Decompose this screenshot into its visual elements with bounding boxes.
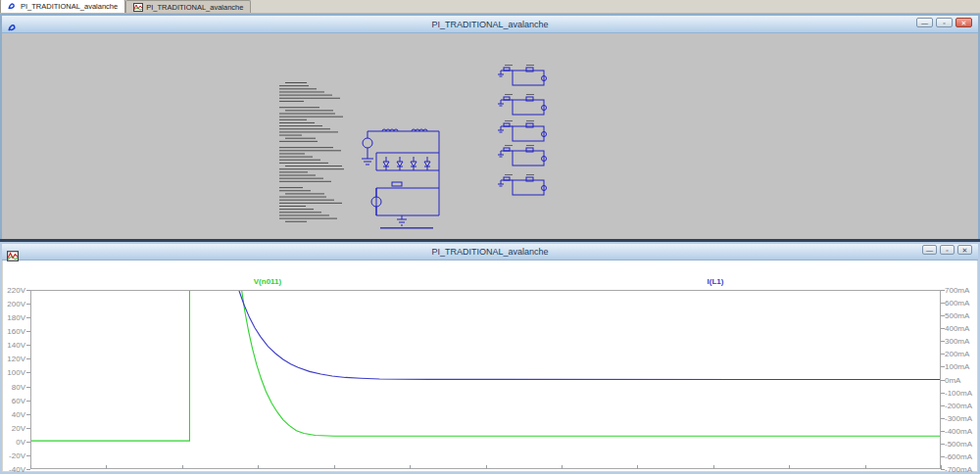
minimize-button[interactable]: — xyxy=(922,245,937,255)
axis-tick-label: 100mA xyxy=(945,362,969,371)
axis-tick-label: -40V xyxy=(3,465,25,474)
axis-tick-label: 40V xyxy=(3,410,25,419)
axis-tick-label: 700mA xyxy=(945,286,969,295)
axis-tick-label: -20V xyxy=(3,451,25,460)
waveform-titlebar[interactable]: PI_TRADITIONAL_avalanche xyxy=(2,244,978,261)
axis-tick-label: 600mA xyxy=(945,299,969,308)
trace-label-il1[interactable]: I(L1) xyxy=(708,277,724,286)
waveform-icon xyxy=(133,3,143,12)
plot-area[interactable] xyxy=(30,290,941,469)
waveform-window-title: PI_TRADITIONAL_avalanche xyxy=(2,247,978,257)
trace-label-vn011[interactable]: V(n011) xyxy=(254,277,281,286)
tab-waveform[interactable]: PI_TRADITIONAL_avalanche xyxy=(125,0,251,13)
axis-tick-label: 200V xyxy=(3,300,25,308)
axis-tick-label: 80V xyxy=(3,383,25,392)
axis-tick-label: 500mA xyxy=(945,311,969,320)
axis-tick-label: -200mA xyxy=(945,402,972,410)
axis-tick-label: 400mA xyxy=(945,324,969,333)
axis-tick-label: 200mA xyxy=(945,350,969,358)
axis-tick-label: 0mA xyxy=(945,376,960,385)
axis-tick-label: 140V xyxy=(3,341,25,350)
tab-label: PI_TRADITIONAL_avalanche xyxy=(21,2,118,11)
schematic-icon xyxy=(8,20,18,28)
axis-tick-label: 160V xyxy=(3,327,25,336)
tab-label: PI_TRADITIONAL_avalanche xyxy=(146,3,243,12)
axis-tick-label: 120V xyxy=(3,355,25,363)
schematic-window: PI_TRADITIONAL_avalanche — ▫ ✕ xyxy=(0,14,980,242)
axis-tick-label: -100mA xyxy=(945,389,972,398)
axis-tick-label: 220V xyxy=(3,286,25,295)
waveform-window: PI_TRADITIONAL_avalanche — ▫ ✕ V(n011) I… xyxy=(0,242,980,474)
axis-tick-label: -300mA xyxy=(945,414,972,423)
mdi-tab-bar: PI_TRADITIONAL_avalanche PI_TRADITIONAL_… xyxy=(0,0,980,14)
axis-tick-label: 100V xyxy=(3,368,25,377)
waveform-traces xyxy=(31,291,940,468)
axis-tick-label: 60V xyxy=(3,397,25,405)
schematic-drawing xyxy=(2,33,978,239)
schematic-titlebar[interactable]: PI_TRADITIONAL_avalanche xyxy=(2,16,978,33)
maximize-button[interactable]: ▫ xyxy=(940,245,955,255)
tab-schematic[interactable]: PI_TRADITIONAL_avalanche xyxy=(0,0,125,13)
waveform-pane: V(n011) I(L1) 220V200V180V160V140V120V10… xyxy=(3,261,977,471)
axis-tick-label: 300mA xyxy=(945,337,969,346)
axis-tick-label: 0V xyxy=(3,438,25,447)
waveform-icon xyxy=(7,248,17,257)
axis-tick-label: 180V xyxy=(3,313,25,322)
axis-tick-label: -400mA xyxy=(945,427,972,436)
schematic-window-title: PI_TRADITIONAL_avalanche xyxy=(2,20,978,29)
schematic-canvas[interactable] xyxy=(2,33,978,239)
axis-tick-label: -600mA xyxy=(945,452,972,461)
maximize-button[interactable]: ▫ xyxy=(936,18,953,27)
schematic-icon xyxy=(8,2,18,11)
close-button[interactable]: ✕ xyxy=(957,245,972,255)
axis-tick-label: -500mA xyxy=(945,440,972,449)
axis-tick-label: 20V xyxy=(3,424,25,433)
minimize-button[interactable]: — xyxy=(916,18,933,27)
close-button[interactable]: ✕ xyxy=(956,18,972,27)
